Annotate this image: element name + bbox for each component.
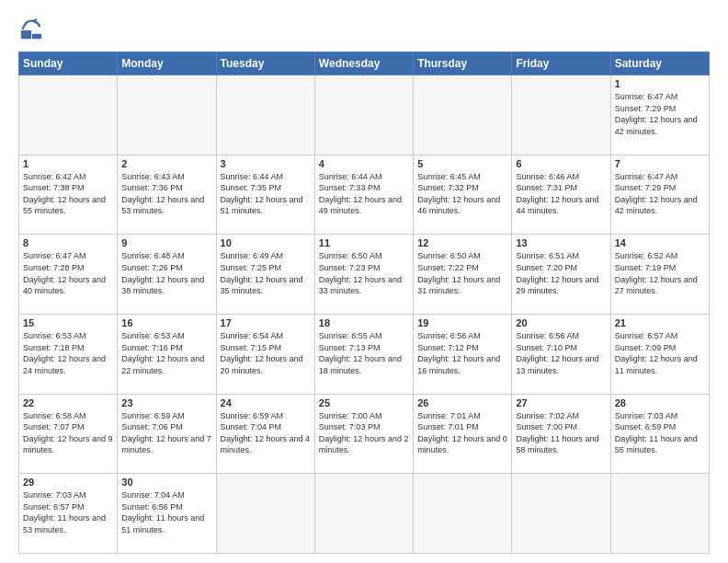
calendar-cell: 11Sunrise: 6:50 AMSunset: 7:23 PMDayligh… [314,235,413,315]
day-info: Sunrise: 7:03 AMSunset: 6:57 PMDaylight:… [23,490,106,534]
day-info: Sunrise: 6:50 AMSunset: 7:22 PMDaylight:… [417,251,500,295]
calendar-cell: 18Sunrise: 6:55 AMSunset: 7:13 PMDayligh… [314,314,413,394]
page: SundayMondayTuesdayWednesdayThursdayFrid… [0,0,728,563]
calendar-cell: 7Sunrise: 6:47 AMSunset: 7:29 PMDaylight… [610,155,709,235]
day-info: Sunrise: 6:52 AMSunset: 7:19 PMDaylight:… [615,251,698,295]
calendar-cell [414,474,512,554]
calendar-cell [216,75,314,155]
calendar-cell [216,474,314,554]
calendar: SundayMondayTuesdayWednesdayThursdayFrid… [18,52,710,554]
calendar-cell: 3Sunrise: 6:44 AMSunset: 7:35 PMDaylight… [216,155,314,235]
day-info: Sunrise: 7:00 AMSunset: 7:03 PMDaylight:… [319,411,409,455]
calendar-cell: 17Sunrise: 6:54 AMSunset: 7:15 PMDayligh… [216,314,314,394]
calendar-cell [610,474,709,554]
calendar-cell: 28Sunrise: 7:03 AMSunset: 6:59 PMDayligh… [610,394,709,474]
day-info: Sunrise: 7:04 AMSunset: 6:56 PMDaylight:… [121,490,204,534]
col-header-tuesday: Tuesday [216,52,314,75]
day-number: 26 [417,397,507,408]
day-info: Sunrise: 6:58 AMSunset: 7:07 PMDaylight:… [23,411,113,455]
day-info: Sunrise: 6:53 AMSunset: 7:16 PMDaylight:… [121,331,204,375]
calendar-cell: 30Sunrise: 7:04 AMSunset: 6:56 PMDayligh… [118,474,216,554]
day-info: Sunrise: 7:02 AMSunset: 7:00 PMDaylight:… [516,411,598,455]
calendar-cell: 23Sunrise: 6:59 AMSunset: 7:06 PMDayligh… [118,394,216,474]
day-info: Sunrise: 7:03 AMSunset: 6:59 PMDaylight:… [615,411,698,455]
svg-rect-0 [21,30,31,39]
calendar-cell: 9Sunrise: 6:48 AMSunset: 7:26 PMDaylight… [118,235,216,315]
day-info: Sunrise: 6:49 AMSunset: 7:25 PMDaylight:… [221,251,303,295]
calendar-cell: 13Sunrise: 6:51 AMSunset: 7:20 PMDayligh… [512,235,610,315]
calendar-cell [414,75,512,155]
day-number: 12 [417,237,507,248]
calendar-cell: 10Sunrise: 6:49 AMSunset: 7:25 PMDayligh… [216,235,314,315]
svg-rect-1 [32,34,41,40]
col-header-thursday: Thursday [414,52,512,75]
day-info: Sunrise: 7:01 AMSunset: 7:01 PMDaylight:… [417,411,507,455]
day-info: Sunrise: 6:43 AMSunset: 7:36 PMDaylight:… [121,172,204,216]
calendar-cell: 15Sunrise: 6:53 AMSunset: 7:18 PMDayligh… [19,314,118,394]
calendar-cell: 1Sunrise: 6:47 AMSunset: 7:29 PMDaylight… [610,75,709,155]
day-number: 3 [221,158,311,169]
day-number: 7 [615,158,705,169]
day-number: 1 [23,158,113,169]
day-info: Sunrise: 6:47 AMSunset: 7:29 PMDaylight:… [615,172,698,216]
calendar-cell [19,75,118,155]
col-header-saturday: Saturday [610,52,709,75]
day-info: Sunrise: 6:56 AMSunset: 7:12 PMDaylight:… [417,331,500,375]
logo-icon [18,17,44,42]
day-number: 16 [121,317,211,328]
day-info: Sunrise: 6:55 AMSunset: 7:13 PMDaylight:… [319,331,402,375]
day-number: 10 [221,237,311,248]
calendar-cell: 6Sunrise: 6:46 AMSunset: 7:31 PMDaylight… [512,155,610,235]
calendar-cell: 29Sunrise: 7:03 AMSunset: 6:57 PMDayligh… [19,474,118,554]
day-number: 29 [23,477,113,488]
calendar-cell [118,75,216,155]
day-number: 2 [121,158,211,169]
day-info: Sunrise: 6:51 AMSunset: 7:20 PMDaylight:… [516,251,598,295]
day-info: Sunrise: 6:42 AMSunset: 7:38 PMDaylight:… [23,172,106,216]
calendar-cell: 25Sunrise: 7:00 AMSunset: 7:03 PMDayligh… [314,394,413,474]
day-info: Sunrise: 6:54 AMSunset: 7:15 PMDaylight:… [221,331,303,375]
calendar-cell: 4Sunrise: 6:44 AMSunset: 7:33 PMDaylight… [314,155,413,235]
day-number: 15 [23,317,113,328]
day-number: 9 [121,237,211,248]
day-number: 28 [615,397,705,408]
calendar-cell: 20Sunrise: 6:56 AMSunset: 7:10 PMDayligh… [512,314,610,394]
calendar-cell: 22Sunrise: 6:58 AMSunset: 7:07 PMDayligh… [19,394,118,474]
calendar-cell: 8Sunrise: 6:47 AMSunset: 7:28 PMDaylight… [19,235,118,315]
calendar-cell: 14Sunrise: 6:52 AMSunset: 7:19 PMDayligh… [610,235,709,315]
col-header-sunday: Sunday [19,52,118,75]
day-number: 13 [516,237,606,248]
day-number: 11 [319,237,409,248]
calendar-cell: 16Sunrise: 6:53 AMSunset: 7:16 PMDayligh… [118,314,216,394]
calendar-cell: 26Sunrise: 7:01 AMSunset: 7:01 PMDayligh… [414,394,512,474]
calendar-cell [314,75,413,155]
day-number: 30 [121,477,211,488]
day-info: Sunrise: 6:48 AMSunset: 7:26 PMDaylight:… [121,251,204,295]
day-info: Sunrise: 6:46 AMSunset: 7:31 PMDaylight:… [516,172,598,216]
day-number: 23 [121,397,211,408]
day-info: Sunrise: 6:57 AMSunset: 7:09 PMDaylight:… [615,331,698,375]
day-info: Sunrise: 6:44 AMSunset: 7:35 PMDaylight:… [221,172,303,216]
day-number: 20 [516,317,606,328]
day-info: Sunrise: 6:50 AMSunset: 7:23 PMDaylight:… [319,251,402,295]
day-info: Sunrise: 6:47 AMSunset: 7:28 PMDaylight:… [23,251,106,295]
day-number: 1 [615,78,705,89]
day-number: 4 [319,158,409,169]
day-number: 5 [417,158,507,169]
day-info: Sunrise: 6:45 AMSunset: 7:32 PMDaylight:… [417,172,500,216]
day-info: Sunrise: 6:47 AMSunset: 7:29 PMDaylight:… [615,92,698,136]
calendar-cell: 2Sunrise: 6:43 AMSunset: 7:36 PMDaylight… [118,155,216,235]
header [18,17,710,42]
day-number: 22 [23,397,113,408]
day-number: 24 [221,397,311,408]
col-header-friday: Friday [512,52,610,75]
day-info: Sunrise: 6:59 AMSunset: 7:06 PMDaylight:… [121,411,211,455]
day-number: 18 [319,317,409,328]
calendar-cell: 19Sunrise: 6:56 AMSunset: 7:12 PMDayligh… [414,314,512,394]
day-number: 27 [516,397,606,408]
day-info: Sunrise: 6:59 AMSunset: 7:04 PMDaylight:… [221,411,311,455]
calendar-cell: 21Sunrise: 6:57 AMSunset: 7:09 PMDayligh… [610,314,709,394]
calendar-cell: 1Sunrise: 6:42 AMSunset: 7:38 PMDaylight… [19,155,118,235]
calendar-cell [512,75,610,155]
calendar-cell [512,474,610,554]
